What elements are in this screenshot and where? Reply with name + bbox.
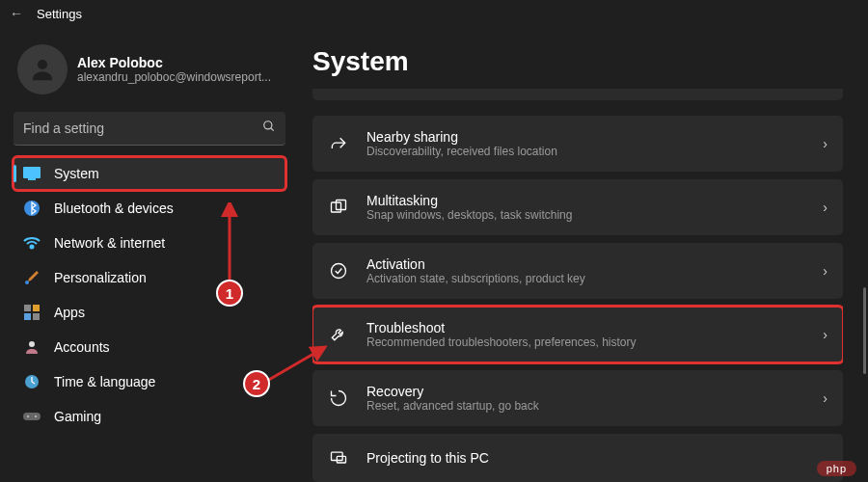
avatar [17, 44, 68, 94]
svg-point-7 [25, 281, 29, 284]
projecting-icon [328, 447, 349, 469]
bluetooth-icon [23, 200, 41, 217]
chevron-right-icon: › [823, 200, 827, 215]
setting-title: Multitasking [366, 193, 805, 208]
svg-rect-3 [23, 167, 41, 178]
window-title: Settings [37, 7, 82, 21]
check-circle-icon [328, 260, 349, 281]
person-icon [28, 55, 57, 84]
svg-point-12 [29, 341, 35, 347]
back-icon[interactable]: ← [10, 6, 23, 21]
sidebar-item-personalization[interactable]: Personalization [14, 261, 285, 294]
nav-list: System Bluetooth & devices Network & int… [14, 157, 285, 435]
display-icon [23, 165, 41, 182]
wrench-icon [328, 324, 349, 345]
setting-desc: Discoverability, received files location [366, 145, 805, 158]
svg-point-16 [35, 415, 37, 417]
search-icon [262, 120, 276, 137]
setting-item-cutoff[interactable] [312, 89, 843, 100]
sidebar-item-label: Gaming [54, 409, 101, 424]
setting-recovery[interactable]: Recovery Reset, advanced startup, go bac… [312, 370, 843, 426]
setting-projecting[interactable]: Projecting to this PC [312, 434, 843, 482]
sidebar-item-time-language[interactable]: Time & language [14, 365, 285, 398]
sidebar-item-label: System [54, 166, 99, 181]
paintbrush-icon [23, 269, 41, 286]
sidebar-item-gaming[interactable]: Gaming [14, 400, 285, 433]
sidebar: Alex Poloboc alexandru_poloboc@windowsre… [0, 27, 299, 482]
svg-point-6 [31, 246, 34, 249]
setting-list: Nearby sharing Discoverability, received… [312, 116, 843, 482]
svg-rect-21 [337, 456, 345, 463]
svg-rect-10 [24, 313, 31, 320]
sidebar-item-accounts[interactable]: Accounts [14, 331, 285, 363]
svg-point-15 [27, 415, 29, 417]
setting-multitasking[interactable]: Multitasking Snap windows, desktops, tas… [312, 179, 843, 235]
setting-desc: Reset, advanced startup, go back [366, 399, 805, 413]
svg-rect-9 [33, 305, 40, 311]
user-name: Alex Poloboc [77, 55, 271, 70]
sidebar-item-label: Time & language [54, 374, 155, 389]
sidebar-item-label: Bluetooth & devices [54, 201, 174, 216]
setting-title: Nearby sharing [366, 129, 805, 145]
svg-line-2 [271, 128, 274, 131]
gaming-icon [23, 408, 41, 425]
svg-rect-8 [24, 305, 31, 311]
sidebar-item-label: Apps [54, 305, 85, 320]
scrollbar[interactable] [863, 287, 866, 374]
sidebar-item-apps[interactable]: Apps [14, 296, 285, 329]
setting-desc: Snap windows, desktops, task switching [366, 208, 805, 222]
sidebar-item-system[interactable]: System [14, 157, 285, 190]
svg-rect-4 [28, 178, 36, 180]
sidebar-item-network[interactable]: Network & internet [14, 227, 285, 259]
svg-point-19 [332, 264, 346, 279]
multitasking-icon [328, 197, 349, 218]
setting-title: Activation [366, 256, 805, 272]
setting-title: Recovery [366, 384, 805, 399]
svg-rect-11 [33, 313, 40, 320]
sidebar-item-label: Personalization [54, 270, 147, 285]
watermark: php [817, 461, 856, 476]
setting-title: Projecting to this PC [366, 450, 827, 466]
setting-troubleshoot[interactable]: Troubleshoot Recommended troubleshooters… [312, 307, 843, 362]
chevron-right-icon: › [823, 136, 827, 151]
accounts-icon [23, 338, 41, 356]
chevron-right-icon: › [823, 263, 827, 279]
chevron-right-icon: › [823, 390, 827, 406]
sidebar-item-bluetooth[interactable]: Bluetooth & devices [14, 192, 285, 225]
setting-activation[interactable]: Activation Activation state, subscriptio… [312, 243, 843, 299]
recovery-icon [328, 388, 349, 409]
setting-desc: Activation state, subscriptions, product… [366, 272, 805, 285]
user-block[interactable]: Alex Poloboc alexandru_poloboc@windowsre… [14, 35, 285, 112]
wifi-icon [23, 234, 41, 252]
search-input[interactable]: Find a setting [14, 112, 285, 146]
sidebar-item-label: Network & internet [54, 235, 165, 251]
page-title: System [312, 46, 843, 77]
sidebar-item-label: Accounts [54, 339, 110, 355]
user-email: alexandru_poloboc@windowsreport... [77, 70, 271, 84]
chevron-right-icon: › [823, 327, 827, 342]
setting-title: Troubleshoot [366, 320, 805, 335]
svg-point-1 [264, 121, 272, 129]
search-placeholder: Find a setting [23, 120, 104, 136]
title-bar: ← Settings [0, 0, 868, 27]
svg-point-0 [38, 60, 47, 69]
main-content: System Nearby sharing Discoverability, r… [299, 27, 868, 482]
clock-globe-icon [23, 373, 41, 390]
share-icon [328, 133, 349, 154]
apps-icon [23, 304, 41, 321]
setting-desc: Recommended troubleshooters, preferences… [366, 335, 805, 349]
setting-nearby-sharing[interactable]: Nearby sharing Discoverability, received… [312, 116, 843, 172]
svg-rect-14 [23, 413, 41, 420]
